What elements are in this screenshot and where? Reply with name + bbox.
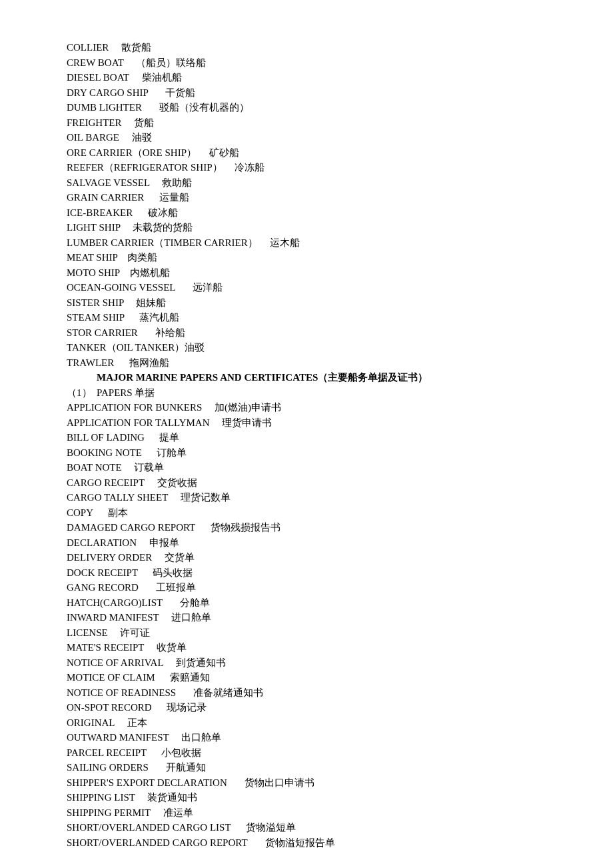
text-line: REEFER（REFRIGERATOR SHIP） 冷冻船	[67, 160, 546, 175]
text-line: COLLIER 散货船	[67, 40, 546, 55]
text-line: SHORT/OVERLANDED CARGO REPORT 货物溢短报告单	[67, 835, 546, 851]
text-line: OIL BARGE 油驳	[67, 130, 546, 145]
text-line: PARCEL RECEIPT 小包收据	[67, 745, 546, 761]
text-line: APPLICATION FOR BUNKERS 加(燃油)申请书	[67, 400, 546, 415]
text-line: ORE CARRIER（ORE SHIP） 矿砂船	[67, 145, 546, 161]
text-line: DECLARATION 申报单	[67, 535, 546, 551]
text-line: LIGHT SHIP 未载货的货船	[67, 220, 546, 235]
text-line: DIESEL BOAT 柴油机船	[67, 70, 546, 85]
text-line: TRAWLER 拖网渔船	[67, 355, 546, 371]
text-line: ICE-BREAKER 破冰船	[67, 205, 546, 221]
text-line: LUMBER CARRIER（TIMBER CARRIER） 运木船	[67, 235, 546, 251]
text-line: DOCK RECEIPT 码头收据	[67, 565, 546, 581]
text-line: MOTO SHIP 内燃机船	[67, 265, 546, 281]
text-line: GRAIN CARRIER 运量船	[67, 190, 546, 205]
text-line: DRY CARGO SHIP 干货船	[67, 85, 546, 101]
text-line: ON-SPOT RECORD 现场记录	[67, 700, 546, 715]
text-line: MATE'S RECEIPT 收货单	[67, 640, 546, 655]
text-line: COPY 副本	[67, 505, 546, 521]
text-line: SALVAGE VESSEL 救助船	[67, 175, 546, 191]
text-line: SHIPPER'S EXPORT DECLARATION 货物出口申请书	[67, 775, 546, 791]
text-line: BOAT NOTE 订载单	[67, 460, 546, 475]
text-line: TANKER（OIL TANKER）油驳	[67, 340, 546, 355]
text-line: CREW BOAT （船员）联络船	[67, 55, 546, 71]
text-line: HATCH(CARGO)LIST 分舱单	[67, 595, 546, 611]
text-line: CARGO TALLY SHEET 理货记数单	[67, 490, 546, 505]
text-line: APPLICATION FOR TALLYMAN 理货申请书	[67, 415, 546, 431]
text-line: LICENSE 许可证	[67, 625, 546, 641]
text-line: INWARD MANIFEST 进口舱单	[67, 610, 546, 625]
text-line: ORIGINAL 正本	[67, 715, 546, 731]
text-line: SISTER SHIP 姐妹船	[67, 295, 546, 311]
text-line: CARGO RECEIPT 交货收据	[67, 475, 546, 491]
text-line: NOTICE OF ARRIVAL 到货通知书	[67, 655, 546, 671]
text-line: STEAM SHIP 蒸汽机船	[67, 310, 546, 325]
text-line: MEAT SHIP 肉类船	[67, 250, 546, 265]
text-line: DUMB LIGHTER 驳船（没有机器的）	[67, 100, 546, 115]
text-line: MOTICE OF CLAIM 索赔通知	[67, 670, 546, 685]
text-line: SHIPPING LIST 装货通知书	[67, 790, 546, 805]
text-line: SHIPPING PERMIT 准运单	[67, 805, 546, 821]
document-content: COLLIER 散货船CREW BOAT （船员）联络船DIESEL BOAT …	[67, 40, 546, 850]
text-line: GANG RECORD 工班报单	[67, 580, 546, 595]
text-line: OUTWARD MANIFEST 出口舱单	[67, 730, 546, 745]
text-line: （1） PAPERS 单据	[67, 385, 546, 401]
text-line: FREIGHTER 货船	[67, 115, 546, 131]
text-line: BILL OF LADING 提单	[67, 430, 546, 445]
text-line: STOR CARRIER 补给船	[67, 325, 546, 341]
text-line: BOOKING NOTE 订舱单	[67, 445, 546, 461]
text-line: OCEAN-GOING VESSEL 远洋船	[67, 280, 546, 295]
text-line: DELIVERY ORDER 交货单	[67, 550, 546, 565]
text-line: SHORT/OVERLANDED CARGO LIST 货物溢短单	[67, 820, 546, 835]
text-line: DAMAGED CARGO REPORT 货物残损报告书	[67, 520, 546, 535]
text-line: NOTICE OF READINESS 准备就绪通知书	[67, 685, 546, 701]
text-line: MAJOR MARINE PAPERS AND CERTIFICATES（主要船…	[67, 370, 546, 385]
text-line: SAILING ORDERS 开航通知	[67, 760, 546, 775]
